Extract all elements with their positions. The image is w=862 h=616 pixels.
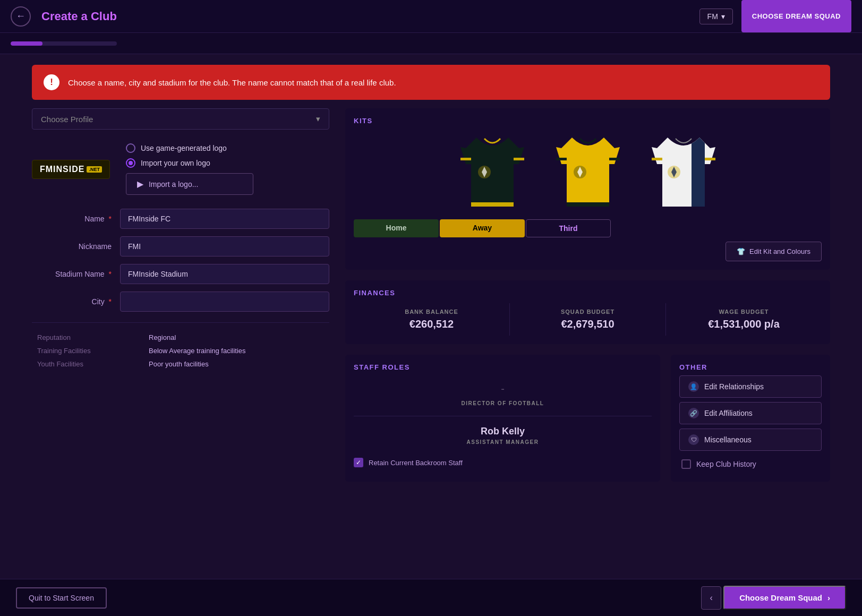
edit-kit-icon: 👕 — [737, 247, 745, 255]
required-star-city: * — [109, 297, 112, 306]
form-row-stadium: Stadium Name * — [32, 264, 329, 284]
youth-value: Poor youth facilities — [149, 360, 209, 368]
error-icon: ! — [44, 74, 59, 90]
director-of-football-item: - DIRECTOR OF FOOTBALL — [354, 375, 652, 414]
wage-budget-value: €1,531,000 p/a — [708, 318, 780, 330]
error-banner: ! Choose a name, city and stadium for th… — [32, 65, 830, 100]
bank-balance-value: €260,512 — [409, 318, 454, 330]
dream-squad-wrapper: ‹ Choose Dream Squad › — [701, 586, 846, 610]
edit-affiliations-label: Edit Affiliations — [704, 409, 753, 417]
top-navigation: ← Create a Club FM ▾ CHOOSE DREAM SQUAD — [0, 0, 862, 33]
edit-kit-label: Edit Kit and Colours — [749, 247, 810, 255]
training-label: Training Facilities — [37, 347, 133, 355]
finances-title: FINANCES — [354, 289, 822, 297]
required-star-name: * — [109, 215, 112, 223]
youth-label: Youth Facilities — [37, 360, 133, 368]
home-kit-svg — [460, 138, 524, 207]
edit-relationships-icon: 👤 — [688, 381, 699, 392]
kits-display — [354, 129, 822, 215]
edit-relationships-button[interactable]: 👤 Edit Relationships — [679, 375, 822, 398]
bank-balance-item: BANK BALANCE €260,512 — [354, 303, 510, 336]
bank-balance-label: BANK BALANCE — [405, 309, 458, 315]
manager-role: ASSISTANT MANAGER — [467, 439, 539, 445]
reputation-value: Regional — [149, 333, 176, 341]
other-section: OTHER 👤 Edit Relationships 🔗 Edit Affili… — [671, 355, 830, 482]
import-logo-button[interactable]: ▶ Import a logo... — [126, 173, 253, 195]
right-panel: KITS — [345, 108, 830, 482]
radio-import-logo-label: Import your own logo — [141, 159, 210, 167]
radio-options: Use game-generated logo Import your own … — [126, 143, 253, 195]
radio-circle-import-logo — [126, 158, 135, 168]
progress-bar-fill — [11, 41, 42, 46]
fminside-badge: .NET — [87, 166, 102, 173]
form-label-nickname: Nickname — [32, 242, 112, 251]
edit-kit-button[interactable]: 👕 Edit Kit and Colours — [726, 242, 822, 261]
keep-history-row[interactable]: Keep Club History — [679, 455, 822, 473]
nav-prev-button[interactable]: ‹ — [701, 586, 721, 610]
kit-tab-away[interactable]: Away — [440, 219, 525, 237]
progress-bar-container — [11, 41, 117, 46]
dream-squad-footer-button[interactable]: Choose Dream Squad › — [723, 586, 846, 610]
form-label-stadium: Stadium Name * — [32, 270, 112, 278]
assistant-manager-item: Rob Kelly ASSISTANT MANAGER — [354, 418, 652, 452]
fminside-logo: FMINSIDE .NET — [32, 160, 110, 179]
city-input[interactable] — [120, 292, 329, 312]
miscellaneous-button[interactable]: 🛡 Miscellaneous — [679, 429, 822, 451]
logo-section: FMINSIDE .NET Use game-generated logo Im… — [32, 138, 329, 200]
other-title: OTHER — [679, 363, 822, 371]
svg-rect-11 — [652, 158, 662, 160]
fm-dropdown-icon: ▾ — [721, 12, 725, 21]
radio-game-logo-label: Use game-generated logo — [141, 144, 227, 152]
retain-staff-row[interactable]: ✓ Retain Current Backroom Staff — [354, 458, 652, 467]
svg-rect-12 — [705, 158, 715, 160]
nav-back-button[interactable]: ← — [11, 6, 31, 27]
squad-budget-item: SQUAD BUDGET €2,679,510 — [510, 303, 666, 336]
edit-affiliations-icon: 🔗 — [688, 408, 699, 418]
director-role-title: DIRECTOR OF FOOTBALL — [462, 400, 544, 406]
training-value: Below Average training facilities — [149, 347, 246, 355]
name-input[interactable] — [120, 209, 329, 229]
choose-profile-select[interactable]: Choose Profile ▾ — [32, 108, 329, 130]
page-title: Create a Club — [41, 10, 699, 23]
away-kit-svg — [556, 138, 620, 207]
manager-name: Rob Kelly — [481, 426, 525, 437]
dream-squad-footer-label: Choose Dream Squad — [739, 593, 822, 602]
staff-title: STAFF ROLES — [354, 363, 652, 371]
quit-button[interactable]: Quit to Start Screen — [16, 587, 107, 609]
away-kit-display — [556, 138, 620, 207]
kit-tab-home[interactable]: Home — [354, 219, 439, 237]
keep-history-checkbox[interactable] — [681, 459, 691, 469]
bottom-footer: Quit to Start Screen ‹ Choose Dream Squa… — [0, 579, 862, 616]
nickname-input[interactable] — [120, 236, 329, 256]
retain-staff-checkbox[interactable]: ✓ — [354, 458, 363, 467]
kits-title: KITS — [354, 117, 822, 125]
divider — [32, 322, 329, 323]
edit-affiliations-button[interactable]: 🔗 Edit Affiliations — [679, 402, 822, 424]
radio-use-game-logo[interactable]: Use game-generated logo — [126, 143, 253, 153]
left-panel: Choose Profile ▾ FMINSIDE .NET Use game-… — [32, 108, 329, 482]
radio-import-logo[interactable]: Import your own logo — [126, 158, 253, 168]
choose-profile-dropdown-icon: ▾ — [316, 114, 320, 124]
info-row-training: Training Facilities Below Average traini… — [37, 347, 329, 355]
svg-rect-6 — [609, 158, 620, 160]
kit-tab-third[interactable]: Third — [526, 219, 611, 237]
info-row-youth: Youth Facilities Poor youth facilities — [37, 360, 329, 368]
squad-budget-label: SQUAD BUDGET — [561, 309, 615, 315]
wage-budget-item: WAGE BUDGET €1,531,000 p/a — [666, 303, 822, 336]
stadium-input[interactable] — [120, 264, 329, 284]
keep-history-label: Keep Club History — [696, 460, 756, 468]
third-kit-display — [652, 138, 715, 207]
dream-squad-nav-button[interactable]: CHOOSE DREAM SQUAD — [741, 0, 851, 32]
svg-rect-10 — [692, 138, 705, 207]
bottom-row: STAFF ROLES - DIRECTOR OF FOOTBALL Rob K… — [345, 355, 830, 482]
director-dash: - — [501, 383, 505, 395]
info-rows: Reputation Regional Training Facilities … — [32, 333, 329, 368]
progress-area — [0, 33, 862, 54]
svg-rect-5 — [556, 158, 567, 160]
miscellaneous-label: Miscellaneous — [704, 435, 752, 444]
kit-tabs: Home Away Third — [354, 219, 822, 237]
finances-grid: BANK BALANCE €260,512 SQUAD BUDGET €2,67… — [354, 303, 822, 336]
fm-menu-button[interactable]: FM ▾ — [699, 8, 733, 24]
form-row-nickname: Nickname — [32, 236, 329, 256]
wage-budget-label: WAGE BUDGET — [719, 309, 769, 315]
